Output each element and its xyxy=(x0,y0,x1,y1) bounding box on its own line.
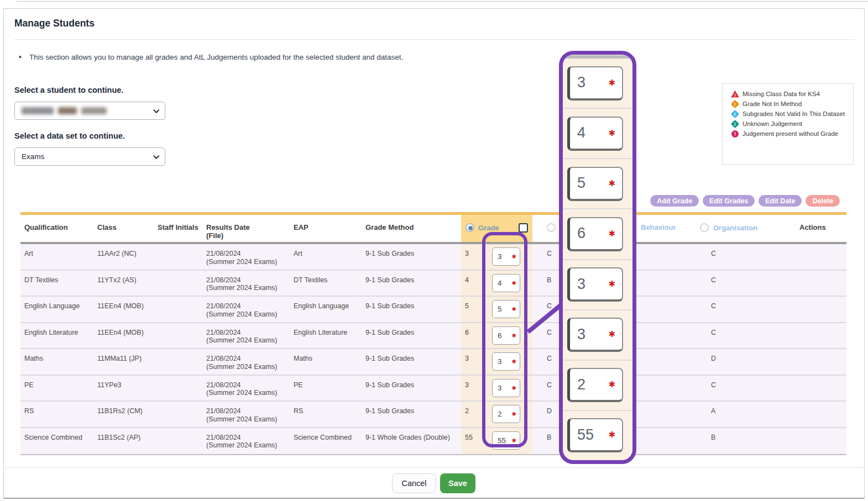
top-edge-divider xyxy=(17,1,868,2)
add-grade-button[interactable]: Add Grade xyxy=(650,195,699,207)
cancel-button[interactable]: Cancel xyxy=(392,473,436,493)
cell-actions xyxy=(791,244,846,270)
cell-grade-method: 9-1 Sub Grades xyxy=(362,271,461,296)
page-title: Manage Students xyxy=(14,18,95,29)
magnified-grade-input: 3✱ xyxy=(567,66,623,101)
table-row[interactable]: DT Textiles11YTx2 (AS)21/08/2024(Summer … xyxy=(20,271,846,297)
edit-grades-button[interactable]: Edit Grades xyxy=(703,195,755,207)
cell-eap: RS xyxy=(290,402,362,427)
table-row[interactable]: English Literature11EEn4 (MOB)21/08/2024… xyxy=(20,323,846,350)
cell-grade-input: 3✱ xyxy=(488,376,532,401)
organisation-radio[interactable] xyxy=(700,223,709,232)
cell-class: 11MMa11 (JP) xyxy=(93,349,154,375)
cell-actions xyxy=(791,402,846,427)
magnified-grade-input: 5✱ xyxy=(567,167,623,201)
delete-button[interactable]: Delete xyxy=(806,195,840,207)
cell-grade-method: 9-1 Sub Grades xyxy=(362,402,461,427)
grade-radio[interactable] xyxy=(466,223,474,232)
judgement-a-radio[interactable] xyxy=(547,223,556,232)
student-select[interactable] xyxy=(14,102,165,120)
required-asterisk-icon: ✱ xyxy=(512,280,516,286)
cell-class: 11EEn4 (MOB) xyxy=(93,323,154,349)
chevron-down-icon xyxy=(153,107,159,113)
cell-eap: DT Textiles xyxy=(290,271,362,296)
cell-organisation: C xyxy=(696,271,791,296)
section-description: •This section allows you to manage all g… xyxy=(19,52,403,61)
grade-select-all-checkbox[interactable] xyxy=(519,223,528,233)
dataset-select[interactable]: Exams xyxy=(14,147,165,166)
table-row[interactable]: English Language11EEn4 (MOB)21/08/2024(S… xyxy=(20,297,846,323)
header-grade-cell: Grade xyxy=(461,215,532,242)
chevron-down-icon xyxy=(153,153,159,159)
required-asterisk-icon: ✱ xyxy=(608,379,615,389)
required-asterisk-icon: ✱ xyxy=(608,78,615,88)
cell-staff-initials xyxy=(154,349,202,375)
table-row[interactable]: Art11AAr2 (NC)21/08/2024(Summer 2024 Exa… xyxy=(20,244,846,271)
grade-input-field[interactable]: 6✱ xyxy=(492,326,520,345)
cell-class: 11YPe3 xyxy=(93,376,154,401)
required-asterisk-icon: ✱ xyxy=(512,385,516,391)
cell-eap: Maths xyxy=(290,349,362,375)
cell-actions xyxy=(791,323,846,349)
alert-diamond-icon: ! xyxy=(730,101,740,107)
header-grade-label: Grade xyxy=(478,224,499,232)
legend-item: !Grade Not In Method xyxy=(730,99,848,109)
callout-slot: 3✱ xyxy=(563,59,632,109)
manage-students-page: Manage Students •This section allows you… xyxy=(0,0,868,501)
callout-slot: 3✱ xyxy=(563,310,632,361)
manage-students-panel: Manage Students •This section allows you… xyxy=(3,8,865,499)
table-row[interactable]: Science Combined11B1Sc2 (AP)21/08/2024(S… xyxy=(20,428,846,455)
callout-slot: 5✱ xyxy=(563,159,632,209)
cell-grade-value: 3 xyxy=(461,376,488,401)
cell-grade-value: 55 xyxy=(461,428,488,455)
header-class: Class xyxy=(93,215,154,242)
table-row[interactable]: RS11B1Rs2 (CM)21/08/2024(Summer 2024 Exa… xyxy=(20,402,846,428)
legend-item: !Unknown Judgement xyxy=(730,119,848,129)
alert-diamond-icon: ! xyxy=(730,111,740,117)
cell-actions xyxy=(791,271,846,296)
table-row[interactable]: Maths11MMa11 (JP)21/08/2024(Summer 2024 … xyxy=(20,349,846,376)
cell-actions xyxy=(791,428,846,455)
cell-grade-method: 9-1 Sub Grades xyxy=(362,297,461,322)
student-select-label: Select a student to continue. xyxy=(14,86,123,94)
magnified-grade-input: 6✱ xyxy=(567,217,623,251)
edit-date-button[interactable]: Edit Date xyxy=(759,195,802,207)
required-asterisk-icon: ✱ xyxy=(608,329,615,339)
magnified-grade-input: 4✱ xyxy=(567,117,623,151)
header-organisation-label: Organisation xyxy=(713,224,757,242)
cell-eap: Science Combined xyxy=(290,428,362,455)
footer-divider xyxy=(4,467,865,468)
cell-grade-input: 2✱ xyxy=(488,402,532,427)
required-asterisk-icon: ✱ xyxy=(608,178,615,188)
cell-grade-input: 6✱ xyxy=(488,323,532,349)
legend-item-label: Judgement present without Grade xyxy=(742,130,838,137)
table-body: Art11AAr2 (NC)21/08/2024(Summer 2024 Exa… xyxy=(20,244,846,454)
required-asterisk-icon: ✱ xyxy=(608,279,615,289)
grade-input-field[interactable]: 3✱ xyxy=(492,247,520,266)
header-actions: Actions xyxy=(791,215,846,242)
cell-organisation: C xyxy=(696,323,791,349)
cell-actions xyxy=(791,297,846,322)
header-grade-method: Grade Method xyxy=(362,215,461,242)
cell-grade-input: 3✱ xyxy=(488,349,532,375)
save-button[interactable]: Save xyxy=(440,473,475,493)
cell-grade-input: 4✱ xyxy=(488,271,532,296)
cell-results-date: 21/08/2024(Summer 2024 Exams) xyxy=(202,244,290,270)
cell-results-date: 21/08/2024(Summer 2024 Exams) xyxy=(202,428,290,455)
magnified-grades-callout: 3✱4✱5✱6✱3✱3✱2✱55✱ xyxy=(559,51,636,464)
grade-input-field[interactable]: 5✱ xyxy=(492,300,520,318)
magnified-grade-input: 3✱ xyxy=(567,318,623,352)
cell-grade-method: 9-1 Sub Grades xyxy=(362,376,461,401)
cell-staff-initials xyxy=(154,428,202,455)
grade-input-field[interactable]: 4✱ xyxy=(492,274,520,292)
grade-input-field[interactable]: 3✱ xyxy=(492,352,520,371)
grade-input-field[interactable]: 2✱ xyxy=(492,405,520,423)
cell-results-date: 21/08/2024(Summer 2024 Exams) xyxy=(202,271,290,296)
required-asterisk-icon: ✱ xyxy=(608,229,615,239)
grade-toolbar: Add Grade Edit Grades Edit Date Delete xyxy=(650,195,840,207)
table-row[interactable]: PE11YPe321/08/2024(Summer 2024 Exams)PE9… xyxy=(20,376,846,402)
grade-input-field[interactable]: 3✱ xyxy=(492,379,520,397)
cell-organisation: D xyxy=(696,349,791,375)
table-header-row: Qualification Class Staff Initials Resul… xyxy=(20,215,846,242)
grade-input-field[interactable]: 55✱ xyxy=(492,431,520,450)
